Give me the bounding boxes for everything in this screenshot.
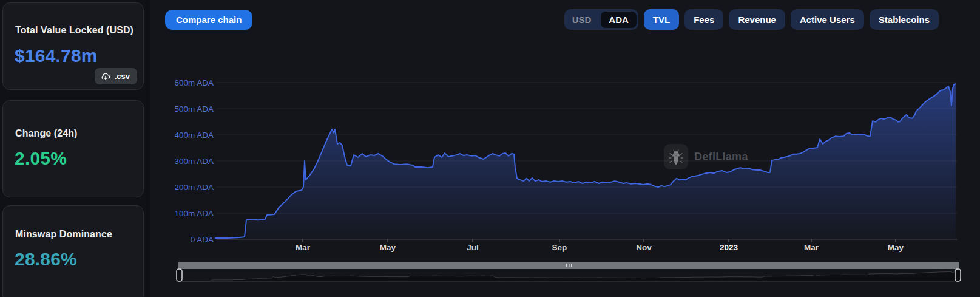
change-24h-value: 2.05%: [15, 148, 67, 169]
defillama-llama-icon: [664, 144, 688, 169]
compare-chain-button[interactable]: Compare chain: [165, 10, 252, 30]
brush-track[interactable]: [178, 262, 959, 269]
metric-buttons: TVLFeesRevenueActive UsersStablecoins: [644, 9, 939, 30]
currency-toggle: USD ADA: [564, 9, 638, 30]
sidebar: Total Value Locked (USD) $164.78m .csv C…: [0, 0, 150, 297]
tvl-card-label: Total Value Locked (USD): [15, 25, 133, 36]
tvl-card-value: $164.78m: [15, 46, 98, 66]
download-cloud-icon: [101, 72, 110, 81]
tab-fees[interactable]: Fees: [684, 9, 723, 30]
download-csv-label: .csv: [115, 72, 130, 81]
brush-handle-right[interactable]: [955, 269, 961, 281]
tab-tvl[interactable]: TVL: [644, 9, 679, 30]
chart-controls: USD ADA TVLFeesRevenueActive UsersStable…: [564, 9, 939, 30]
download-csv-button[interactable]: .csv: [95, 68, 137, 84]
defillama-watermark: DefiLlama: [664, 144, 748, 169]
currency-option-ada[interactable]: ADA: [601, 12, 637, 28]
compare-chain-label: Compare chain: [176, 15, 242, 25]
chart-panel: Compare chain USD ADA TVLFeesRevenueActi…: [150, 0, 980, 297]
defillama-watermark-text: DefiLlama: [694, 151, 748, 163]
tab-stablecoins[interactable]: Stablecoins: [870, 9, 939, 30]
minswap-dominance-value: 28.86%: [15, 249, 77, 270]
currency-option-usd[interactable]: USD: [564, 15, 600, 25]
change-24h-card: Change (24h) 2.05%: [2, 100, 144, 197]
tab-active-users[interactable]: Active Users: [791, 9, 864, 30]
change-24h-label: Change (24h): [15, 128, 78, 139]
tab-revenue[interactable]: Revenue: [729, 9, 785, 30]
brush-handle-left[interactable]: [177, 269, 182, 281]
minswap-dominance-card: Minswap Dominance 28.86%: [2, 205, 144, 297]
minswap-dominance-label: Minswap Dominance: [15, 229, 112, 240]
tvl-card: Total Value Locked (USD) $164.78m .csv: [2, 2, 144, 90]
